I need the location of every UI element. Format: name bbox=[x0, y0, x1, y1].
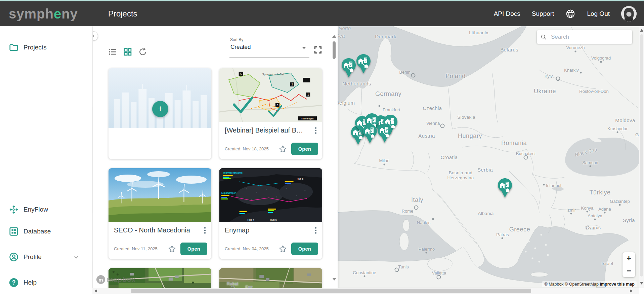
created-date: Created: Nov 11, 2025 bbox=[114, 246, 158, 251]
scroll-down-arrow[interactable] bbox=[332, 278, 336, 281]
map-search-box bbox=[537, 30, 632, 44]
project-map-pin[interactable] bbox=[356, 54, 371, 74]
project-thumbnail[interactable]: Thermal networks Export/Import Hub 6 Hub… bbox=[219, 168, 322, 222]
svg-text:Export/Import: Export/Import bbox=[221, 191, 237, 194]
svg-text:Hub 4: Hub 4 bbox=[247, 218, 254, 221]
created-date: Created: Nov 18, 2025 bbox=[225, 146, 269, 151]
star-icon[interactable] bbox=[168, 245, 176, 253]
scroll-up-arrow[interactable] bbox=[640, 29, 643, 32]
scroll-left-arrow[interactable] bbox=[94, 289, 97, 293]
svg-text:?: ? bbox=[12, 279, 16, 286]
list-view-button[interactable] bbox=[108, 47, 117, 57]
zoom-out-button[interactable]: − bbox=[622, 265, 635, 278]
scroll-down-arrow[interactable] bbox=[640, 282, 643, 285]
svg-text:Hub 5: Hub 5 bbox=[270, 218, 277, 221]
folder-icon bbox=[9, 42, 19, 52]
scroll-right-arrow[interactable] bbox=[630, 289, 633, 293]
sidebar-item-profile[interactable]: Profile bbox=[0, 249, 92, 265]
svg-text:Hub 6: Hub 6 bbox=[297, 177, 303, 180]
project-card-seco-north-macedonia: SECO - North Macedonia Created: Nov 11, … bbox=[108, 168, 212, 259]
chevron-down-icon bbox=[72, 253, 80, 261]
attribution-text: © Mapbox bbox=[544, 282, 565, 287]
svg-text:Thermal networks: Thermal networks bbox=[223, 171, 243, 174]
project-cards-grid: + 5 Spreitenbach Ost 2 1 3 Killwangen [W… bbox=[108, 68, 330, 294]
attribution-text: © OpenStreetMap bbox=[565, 282, 600, 287]
open-button[interactable]: Open bbox=[180, 243, 207, 255]
zoom-in-button[interactable]: + bbox=[622, 252, 635, 265]
created-date: Created: Nov 04, 2025 bbox=[225, 246, 269, 251]
log-out-button[interactable]: Log Out bbox=[587, 10, 610, 17]
refresh-button[interactable] bbox=[138, 47, 147, 57]
star-icon[interactable] bbox=[278, 245, 287, 253]
map-zoom-control: + − bbox=[622, 252, 635, 277]
svg-text:2: 2 bbox=[291, 83, 293, 86]
grid-view-button[interactable] bbox=[123, 47, 132, 57]
vertical-scrollbar[interactable] bbox=[639, 26, 644, 288]
sidebar-item-label: Projects bbox=[24, 44, 47, 51]
project-map-pin[interactable] bbox=[377, 123, 392, 143]
project-card--webinar-beispiel-auf-b-: 5 Spreitenbach Ost 2 1 3 Killwangen [Web… bbox=[219, 68, 323, 159]
scroll-up-arrow[interactable] bbox=[332, 35, 336, 38]
project-title: Enymap bbox=[225, 226, 312, 234]
search-icon bbox=[540, 34, 547, 40]
more-options-icon[interactable] bbox=[203, 226, 207, 234]
sidebar: Projects EnyFlow Database Profile ? Help bbox=[0, 26, 93, 294]
enyflow-icon bbox=[9, 205, 19, 215]
improve-this-map-link[interactable]: Improve this map bbox=[600, 282, 635, 287]
svg-text:3: 3 bbox=[277, 104, 278, 107]
sidebar-item-database[interactable]: Database bbox=[0, 223, 92, 240]
page-title: Projects bbox=[108, 9, 137, 19]
project-map-pin[interactable] bbox=[362, 124, 378, 144]
database-icon bbox=[9, 226, 19, 236]
sidebar-item-label: EnyFlow bbox=[24, 206, 48, 213]
project-map-pin[interactable] bbox=[497, 178, 513, 198]
support-link[interactable]: Support bbox=[532, 10, 554, 17]
add-project-button[interactable]: + bbox=[152, 101, 168, 117]
open-button[interactable]: Open bbox=[291, 143, 318, 155]
project-thumbnail[interactable] bbox=[109, 168, 211, 222]
language-globe-icon[interactable] bbox=[565, 9, 575, 19]
sort-underline bbox=[229, 58, 309, 58]
new-project-thumbnail bbox=[109, 68, 211, 128]
star-icon[interactable] bbox=[278, 145, 287, 153]
project-thumbnail[interactable]: 5 Spreitenbach Ost 2 1 3 Killwangen bbox=[219, 68, 322, 122]
panel-scrollbar[interactable] bbox=[331, 26, 338, 288]
sidebar-item-help[interactable]: ? Help bbox=[0, 274, 92, 291]
projects-panel: Sort By Created + bbox=[93, 26, 338, 288]
help-icon: ? bbox=[9, 278, 19, 288]
map-search-input[interactable] bbox=[550, 33, 629, 41]
more-options-icon[interactable] bbox=[314, 226, 317, 234]
sidebar-item-label: Profile bbox=[24, 253, 42, 261]
sidebar-item-label: Help bbox=[24, 279, 37, 286]
sympheny-logo[interactable]: sympheny bbox=[9, 6, 78, 22]
app-header: sympheny Projects API Docs Support Log O… bbox=[0, 1, 644, 26]
project-title: [Webinar] Beispiel auf B… bbox=[225, 126, 312, 134]
svg-text:1: 1 bbox=[307, 93, 309, 96]
api-docs-link[interactable]: API Docs bbox=[494, 10, 520, 17]
sort-by-select[interactable]: Created bbox=[230, 44, 251, 50]
project-title: SECO - North Macedonia bbox=[114, 226, 201, 234]
svg-text:5: 5 bbox=[240, 72, 242, 76]
svg-text:Killwangen: Killwangen bbox=[301, 117, 313, 120]
sidebar-item-projects[interactable]: Projects bbox=[0, 39, 92, 56]
sort-caret-icon[interactable] bbox=[302, 47, 306, 49]
sort-by-label: Sort By bbox=[230, 37, 243, 42]
user-avatar[interactable] bbox=[621, 6, 637, 22]
horizontal-scrollbar[interactable] bbox=[92, 288, 639, 294]
sidebar-item-label: Database bbox=[24, 228, 51, 235]
more-options-icon[interactable] bbox=[314, 126, 317, 135]
scrollbar-thumb[interactable] bbox=[333, 41, 336, 59]
new-project-card[interactable]: + bbox=[108, 68, 212, 159]
map-attribution: © Mapbox © OpenStreetMap Improve this ma… bbox=[542, 281, 637, 287]
project-map-pin[interactable] bbox=[341, 58, 356, 78]
project-card-enymap: Thermal networks Export/Import Hub 6 Hub… bbox=[219, 168, 323, 259]
profile-icon bbox=[9, 252, 19, 262]
brand-accent-strip bbox=[0, 0, 644, 1]
scrollbar-thumb[interactable] bbox=[131, 289, 531, 293]
fullscreen-button[interactable] bbox=[313, 45, 323, 54]
open-button[interactable]: Open bbox=[291, 243, 318, 255]
svg-text:Spreitenbach Ost: Spreitenbach Ost bbox=[262, 73, 284, 76]
sidebar-item-enyflow[interactable]: EnyFlow bbox=[0, 201, 92, 218]
scrollbar-thumb[interactable] bbox=[640, 34, 643, 277]
